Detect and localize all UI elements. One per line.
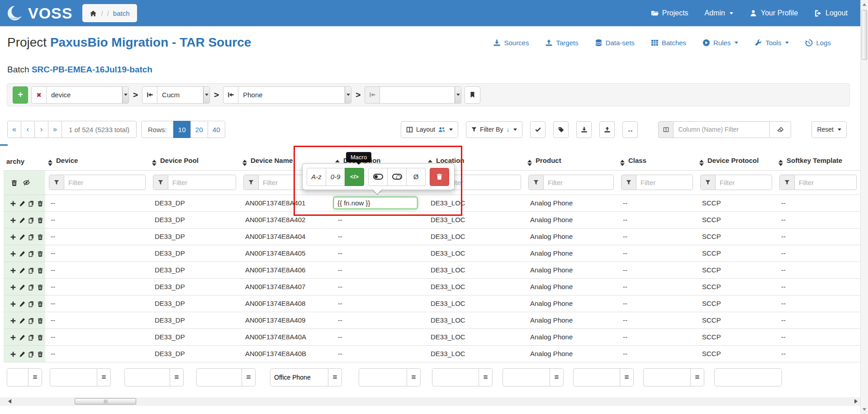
remove-selector-button[interactable]: ✖: [31, 86, 47, 104]
edit-row-icon[interactable]: [19, 249, 25, 257]
import-selector-button-disabled[interactable]: [365, 86, 380, 104]
add-row-icon[interactable]: [10, 300, 16, 307]
menu-icon[interactable]: ≡: [479, 369, 492, 386]
add-row-icon[interactable]: [10, 216, 16, 224]
add-row-icon[interactable]: [10, 316, 16, 324]
add-selector-button[interactable]: +: [13, 86, 28, 104]
delete-row-icon[interactable]: [37, 333, 43, 341]
link-data-sets[interactable]: Data-sets: [595, 39, 635, 47]
edit-row-icon[interactable]: [19, 333, 25, 341]
link-tools[interactable]: Tools: [754, 39, 789, 47]
sort-icon[interactable]: [152, 160, 157, 166]
column-filter-input[interactable]: [674, 121, 769, 138]
funnel-icon[interactable]: [780, 175, 795, 190]
add-row-icon[interactable]: [10, 199, 16, 207]
column-header-device-pool[interactable]: Device Pool: [149, 153, 240, 170]
select-arrow[interactable]: [345, 87, 351, 103]
device-type-select[interactable]: Cucm: [157, 86, 210, 104]
scroll-left-arrow[interactable]: [8, 399, 11, 404]
filter-input-device-pool[interactable]: [168, 175, 236, 190]
code-macro-button[interactable]: </>: [345, 168, 364, 186]
add-row-icon[interactable]: [10, 266, 16, 274]
column-header-softkey-template[interactable]: Softkey Template: [776, 153, 860, 170]
sort-icon[interactable]: [699, 160, 704, 166]
funnel-icon[interactable]: [244, 175, 259, 190]
horizontal-scrollbar[interactable]: [0, 397, 860, 406]
add-row-icon[interactable]: [10, 283, 16, 290]
select-arrow[interactable]: [455, 87, 461, 103]
prev-page-button[interactable]: ‹: [21, 121, 35, 138]
batch-add-input-description[interactable]: [270, 369, 328, 386]
next-page-button[interactable]: ›: [34, 121, 48, 138]
funnel-icon[interactable]: [621, 175, 636, 190]
edit-row-icon[interactable]: [19, 350, 25, 357]
scroll-down-arrow[interactable]: [863, 408, 866, 411]
reset-button[interactable]: Reset: [811, 121, 847, 138]
delete-row-icon[interactable]: [37, 216, 43, 224]
numeric-macro-button[interactable]: 0-9: [326, 168, 345, 186]
bulk-delete-icon[interactable]: [11, 178, 18, 186]
menu-icon[interactable]: ≡: [97, 369, 110, 386]
menu-icon[interactable]: ≡: [690, 369, 704, 386]
add-row-icon[interactable]: [10, 249, 16, 257]
add-row-icon[interactable]: [10, 350, 16, 357]
batch-add-input-hierarchy[interactable]: [7, 369, 28, 386]
link-batches[interactable]: Batches: [651, 39, 686, 47]
edit-row-icon[interactable]: [19, 216, 25, 224]
filter-input-location[interactable]: [444, 175, 521, 190]
import-button[interactable]: [599, 121, 615, 138]
edit-row-icon[interactable]: [19, 316, 25, 324]
batch-add-input-extra[interactable]: [715, 369, 782, 386]
select-arrow[interactable]: [122, 87, 128, 103]
funnel-icon[interactable]: [701, 175, 716, 190]
scroll-right-arrow[interactable]: [854, 399, 858, 404]
funnel-icon[interactable]: [153, 175, 168, 190]
filter-input-device[interactable]: [64, 175, 145, 190]
first-page-button[interactable]: «: [7, 121, 21, 138]
edit-row-icon[interactable]: [19, 266, 25, 274]
delete-row-icon[interactable]: [37, 300, 43, 307]
scroll-up-arrow[interactable]: [863, 3, 866, 6]
batch-add-input-device-protocol[interactable]: [574, 369, 620, 386]
vertical-scrollbar[interactable]: [860, 0, 868, 414]
device-model-select[interactable]: Phone: [238, 86, 351, 104]
delete-row-icon[interactable]: [37, 350, 43, 357]
delete-row-icon[interactable]: [37, 283, 43, 290]
filter-input-device-protocol[interactable]: [716, 175, 772, 190]
nav-projects[interactable]: Projects: [651, 9, 688, 17]
copy-row-icon[interactable]: [28, 333, 34, 341]
batch-add-input-class[interactable]: [503, 369, 550, 386]
last-page-button[interactable]: »: [48, 121, 62, 138]
column-header-hierarchy[interactable]: archy: [4, 153, 45, 170]
edit-row-icon[interactable]: [19, 283, 25, 290]
menu-icon[interactable]: ≡: [550, 369, 563, 386]
column-header-class[interactable]: Class: [617, 153, 697, 170]
layout-button[interactable]: Layout: [401, 121, 458, 138]
add-row-icon[interactable]: [10, 233, 16, 240]
add-row-icon[interactable]: [10, 333, 16, 341]
clear-column-filter-button[interactable]: [769, 121, 791, 138]
link-logs[interactable]: Logs: [805, 39, 831, 47]
funnel-icon[interactable]: [49, 175, 64, 190]
clear-value-button[interactable]: [430, 168, 449, 186]
menu-icon[interactable]: ≡: [242, 369, 255, 386]
copy-row-icon[interactable]: [28, 316, 34, 324]
select-arrow[interactable]: [203, 87, 209, 103]
expand-button[interactable]: ↔: [622, 121, 638, 138]
export-button[interactable]: [576, 121, 592, 138]
copy-row-icon[interactable]: [28, 233, 34, 240]
toggle-true-button[interactable]: [368, 168, 388, 186]
sort-icon[interactable]: [48, 160, 52, 166]
sort-icon[interactable]: [778, 160, 783, 166]
null-button[interactable]: Ø: [406, 168, 426, 186]
breadcrumb-current[interactable]: batch: [113, 10, 130, 17]
filter-input-product[interactable]: [544, 175, 613, 190]
column-header-product[interactable]: Product: [525, 153, 617, 170]
sort-icon[interactable]: [527, 160, 532, 166]
nav-your-profile[interactable]: Your Profile: [749, 9, 798, 17]
copy-row-icon[interactable]: [28, 216, 34, 224]
empty-select[interactable]: [380, 86, 461, 104]
link-rules[interactable]: Rules: [702, 39, 738, 47]
menu-icon[interactable]: ≡: [170, 369, 183, 386]
rows-option-20[interactable]: 20: [190, 121, 208, 138]
